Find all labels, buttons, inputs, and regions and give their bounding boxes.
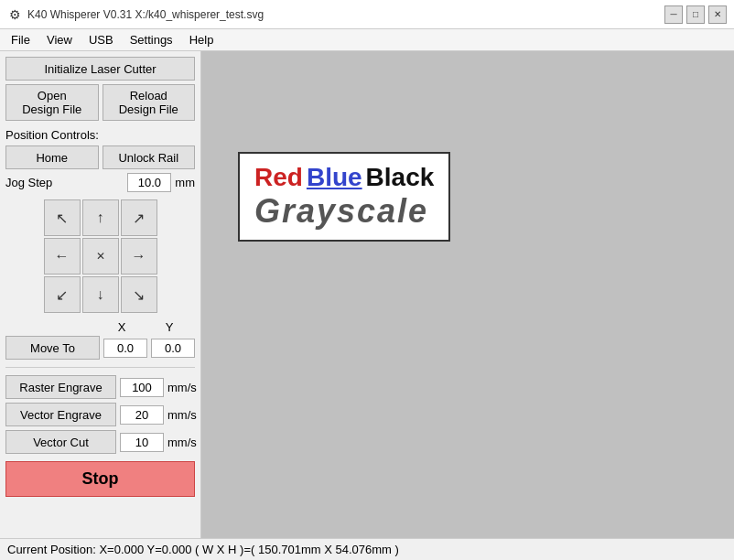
menu-usb[interactable]: USB xyxy=(81,31,121,48)
preview-line2: Grayscale xyxy=(254,192,434,231)
jog-center-button[interactable]: ✕ xyxy=(82,238,119,275)
unlock-rail-button[interactable]: Unlock Rail xyxy=(103,145,196,169)
open-design-button[interactable]: OpenDesign File xyxy=(5,84,99,121)
x-axis-label: X xyxy=(100,320,144,334)
jog-step-row: Jog Step mm xyxy=(5,173,195,192)
raster-engrave-button[interactable]: Raster Engrave xyxy=(5,375,116,399)
jog-unit-label: mm xyxy=(175,176,195,189)
preview-red-text: Red xyxy=(254,163,303,192)
status-bar: Current Position: X=0.000 Y=0.000 ( W X … xyxy=(0,538,734,560)
jog-step-input[interactable] xyxy=(127,173,171,192)
raster-speed-unit: mm/s xyxy=(167,381,195,394)
raster-engrave-row: Raster Engrave mm/s xyxy=(5,375,195,399)
minimize-button[interactable]: ─ xyxy=(664,5,683,24)
vector-engrave-unit: mm/s xyxy=(167,408,195,422)
app-icon: ⚙ xyxy=(7,7,22,22)
separator-1 xyxy=(5,367,195,368)
maximize-button[interactable]: □ xyxy=(686,5,705,24)
jog-step-label: Jog Step xyxy=(5,176,124,189)
vector-engrave-speed-input[interactable] xyxy=(120,405,164,425)
design-preview: Red Blue Black Grayscale xyxy=(238,152,450,242)
move-x-input[interactable] xyxy=(103,339,147,358)
dpad-container: ↖ ↑ ↗ ← ✕ → ↙ ↓ ↘ xyxy=(5,199,195,313)
position-controls-label: Position Controls: xyxy=(5,128,195,142)
menu-settings[interactable]: Settings xyxy=(123,31,180,48)
title-bar: ⚙ K40 Whisperer V0.31 X:/k40_whisperer_t… xyxy=(0,0,734,29)
vector-cut-button[interactable]: Vector Cut xyxy=(5,430,116,454)
moveto-header: X Y xyxy=(5,320,195,334)
vector-cut-speed-input[interactable] xyxy=(120,433,164,452)
y-axis-label: Y xyxy=(147,320,191,334)
menu-view[interactable]: View xyxy=(39,31,80,48)
preview-blue-text: Blue xyxy=(307,163,362,192)
preview-black-text: Black xyxy=(366,163,435,192)
title-bar-controls[interactable]: ─ □ ✕ xyxy=(664,5,727,24)
jog-right-button[interactable]: → xyxy=(121,238,157,275)
move-to-button[interactable]: Move To xyxy=(5,336,100,360)
home-button[interactable]: Home xyxy=(5,145,99,169)
home-unlock-row: Home Unlock Rail xyxy=(5,145,195,169)
menu-bar: File View USB Settings Help xyxy=(0,29,734,51)
moveto-row: Move To xyxy=(5,336,195,360)
initialize-button[interactable]: Initialize Laser Cutter xyxy=(5,57,195,81)
left-panel: Initialize Laser Cutter OpenDesign File … xyxy=(0,51,201,538)
canvas-area: Red Blue Black Grayscale xyxy=(201,51,734,538)
title-text: K40 Whisperer V0.31 X:/k40_whisperer_tes… xyxy=(27,8,264,21)
reload-design-button[interactable]: ReloadDesign File xyxy=(103,84,196,121)
jog-botleft-button[interactable]: ↙ xyxy=(44,276,81,313)
move-y-input[interactable] xyxy=(151,339,195,358)
vector-engrave-button[interactable]: Vector Engrave xyxy=(5,403,116,426)
moveto-section: X Y Move To xyxy=(5,320,195,360)
stop-button[interactable]: Stop xyxy=(5,461,195,497)
preview-line1: Red Blue Black xyxy=(254,163,434,192)
jog-up-button[interactable]: ↑ xyxy=(82,199,119,236)
jog-down-button[interactable]: ↓ xyxy=(82,276,119,313)
raster-engrave-speed-input[interactable] xyxy=(120,378,164,397)
title-bar-left: ⚙ K40 Whisperer V0.31 X:/k40_whisperer_t… xyxy=(7,7,264,22)
file-buttons-row: OpenDesign File ReloadDesign File xyxy=(5,84,195,121)
main-container: Initialize Laser Cutter OpenDesign File … xyxy=(0,51,734,538)
jog-topright-button[interactable]: ↗ xyxy=(121,199,157,236)
status-text: Current Position: X=0.000 Y=0.000 ( W X … xyxy=(7,543,399,556)
directional-pad: ↖ ↑ ↗ ← ✕ → ↙ ↓ ↘ xyxy=(44,199,157,313)
menu-help[interactable]: Help xyxy=(182,31,221,48)
jog-botright-button[interactable]: ↘ xyxy=(121,276,157,313)
vector-cut-row: Vector Cut mm/s xyxy=(5,430,195,454)
menu-file[interactable]: File xyxy=(4,31,38,48)
jog-left-button[interactable]: ← xyxy=(44,238,81,275)
jog-topleft-button[interactable]: ↖ xyxy=(44,199,81,236)
close-button[interactable]: ✕ xyxy=(708,5,727,24)
vector-engrave-row: Vector Engrave mm/s xyxy=(5,403,195,426)
vector-cut-unit: mm/s xyxy=(167,436,195,449)
